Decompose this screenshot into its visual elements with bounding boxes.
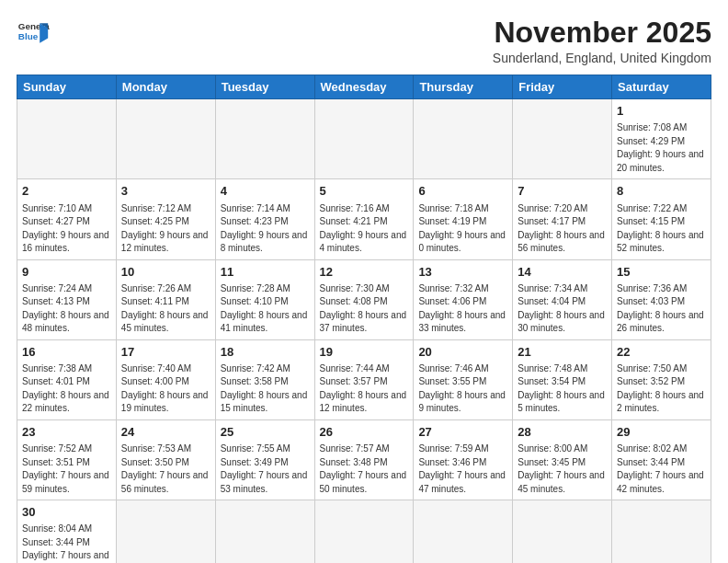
calendar-day-cell (612, 500, 711, 563)
calendar-day-cell: 3Sunrise: 7:12 AM Sunset: 4:25 PM Daylig… (116, 179, 215, 259)
day-info: Sunrise: 7:50 AM Sunset: 3:52 PM Dayligh… (617, 362, 706, 416)
day-number: 17 (121, 344, 210, 361)
day-number: 26 (320, 424, 409, 441)
calendar-day-cell: 26Sunrise: 7:57 AM Sunset: 3:48 PM Dayli… (314, 419, 414, 500)
day-number: 25 (221, 424, 310, 441)
day-number: 1 (617, 103, 706, 120)
calendar-day-cell: 4Sunrise: 7:14 AM Sunset: 4:23 PM Daylig… (215, 179, 314, 259)
day-info: Sunrise: 7:28 AM Sunset: 4:10 PM Dayligh… (221, 282, 310, 336)
day-number: 15 (617, 264, 706, 281)
day-number: 16 (22, 344, 111, 361)
day-info: Sunrise: 7:44 AM Sunset: 3:57 PM Dayligh… (320, 362, 409, 416)
day-number: 2 (22, 183, 111, 200)
day-info: Sunrise: 7:16 AM Sunset: 4:21 PM Dayligh… (320, 202, 409, 256)
calendar-day-cell: 21Sunrise: 7:48 AM Sunset: 3:54 PM Dayli… (513, 339, 612, 419)
day-info: Sunrise: 7:53 AM Sunset: 3:50 PM Dayligh… (121, 442, 210, 496)
day-number: 4 (221, 183, 310, 200)
day-number: 10 (121, 264, 210, 281)
calendar-week-row: 16Sunrise: 7:38 AM Sunset: 4:01 PM Dayli… (17, 339, 711, 419)
calendar-day-cell: 18Sunrise: 7:42 AM Sunset: 3:58 PM Dayli… (215, 339, 314, 419)
calendar-week-row: 9Sunrise: 7:24 AM Sunset: 4:13 PM Daylig… (17, 259, 711, 339)
calendar-day-cell (116, 99, 215, 179)
calendar-day-cell: 9Sunrise: 7:24 AM Sunset: 4:13 PM Daylig… (17, 259, 117, 339)
day-number: 30 (22, 504, 111, 521)
svg-text:Blue: Blue (18, 31, 39, 41)
calendar-day-cell: 28Sunrise: 8:00 AM Sunset: 3:45 PM Dayli… (513, 419, 612, 500)
calendar-day-cell: 24Sunrise: 7:53 AM Sunset: 3:50 PM Dayli… (116, 419, 215, 500)
page: General Blue November 2025 Sunderland, E… (0, 0, 728, 563)
calendar-day-cell: 16Sunrise: 7:38 AM Sunset: 4:01 PM Dayli… (17, 339, 117, 419)
calendar-day-header: Sunday (17, 75, 117, 99)
day-info: Sunrise: 7:20 AM Sunset: 4:17 PM Dayligh… (518, 202, 607, 256)
title-block: November 2025 Sunderland, England, Unite… (493, 17, 711, 65)
header: General Blue November 2025 Sunderland, E… (17, 17, 711, 65)
day-number: 21 (518, 344, 607, 361)
day-info: Sunrise: 7:24 AM Sunset: 4:13 PM Dayligh… (22, 282, 111, 336)
day-info: Sunrise: 7:48 AM Sunset: 3:54 PM Dayligh… (518, 362, 607, 416)
day-number: 3 (121, 183, 210, 200)
calendar-day-header: Tuesday (215, 75, 314, 99)
calendar-day-cell (314, 500, 414, 563)
day-number: 28 (518, 424, 607, 441)
day-number: 18 (221, 344, 310, 361)
day-info: Sunrise: 7:46 AM Sunset: 3:55 PM Dayligh… (418, 362, 507, 416)
calendar-day-cell: 10Sunrise: 7:26 AM Sunset: 4:11 PM Dayli… (116, 259, 215, 339)
day-info: Sunrise: 7:30 AM Sunset: 4:08 PM Dayligh… (320, 282, 409, 336)
calendar-day-cell (513, 99, 612, 179)
day-number: 29 (617, 424, 706, 441)
calendar-day-cell: 8Sunrise: 7:22 AM Sunset: 4:15 PM Daylig… (612, 179, 711, 259)
calendar-day-cell: 12Sunrise: 7:30 AM Sunset: 4:08 PM Dayli… (314, 259, 414, 339)
day-info: Sunrise: 7:57 AM Sunset: 3:48 PM Dayligh… (320, 442, 409, 496)
calendar-day-cell: 11Sunrise: 7:28 AM Sunset: 4:10 PM Dayli… (215, 259, 314, 339)
calendar-day-cell: 19Sunrise: 7:44 AM Sunset: 3:57 PM Dayli… (314, 339, 414, 419)
day-number: 24 (121, 424, 210, 441)
day-number: 23 (22, 424, 111, 441)
month-title: November 2025 (493, 17, 711, 49)
day-info: Sunrise: 7:18 AM Sunset: 4:19 PM Dayligh… (418, 202, 507, 256)
calendar-day-cell: 25Sunrise: 7:55 AM Sunset: 3:49 PM Dayli… (215, 419, 314, 500)
calendar-day-header: Wednesday (314, 75, 414, 99)
day-info: Sunrise: 7:22 AM Sunset: 4:15 PM Dayligh… (617, 202, 706, 256)
calendar-day-cell: 30Sunrise: 8:04 AM Sunset: 3:44 PM Dayli… (17, 500, 117, 563)
calendar-day-cell (414, 500, 513, 563)
logo-icon: General Blue (17, 17, 50, 50)
logo: General Blue (17, 17, 50, 50)
calendar-day-header: Thursday (414, 75, 513, 99)
day-info: Sunrise: 7:10 AM Sunset: 4:27 PM Dayligh… (22, 202, 111, 256)
day-info: Sunrise: 7:55 AM Sunset: 3:49 PM Dayligh… (221, 442, 310, 496)
calendar-day-cell (116, 500, 215, 563)
calendar-day-cell: 2Sunrise: 7:10 AM Sunset: 4:27 PM Daylig… (17, 179, 117, 259)
day-info: Sunrise: 7:14 AM Sunset: 4:23 PM Dayligh… (221, 202, 310, 256)
calendar-day-cell (215, 500, 314, 563)
calendar-week-row: 23Sunrise: 7:52 AM Sunset: 3:51 PM Dayli… (17, 419, 711, 500)
calendar-day-cell (414, 99, 513, 179)
calendar-day-cell: 1Sunrise: 7:08 AM Sunset: 4:29 PM Daylig… (612, 99, 711, 179)
day-number: 5 (320, 183, 409, 200)
day-number: 12 (320, 264, 409, 281)
calendar-day-cell: 7Sunrise: 7:20 AM Sunset: 4:17 PM Daylig… (513, 179, 612, 259)
day-number: 22 (617, 344, 706, 361)
day-number: 27 (418, 424, 507, 441)
calendar-day-cell: 29Sunrise: 8:02 AM Sunset: 3:44 PM Dayli… (612, 419, 711, 500)
calendar-week-row: 2Sunrise: 7:10 AM Sunset: 4:27 PM Daylig… (17, 179, 711, 259)
calendar-day-cell: 20Sunrise: 7:46 AM Sunset: 3:55 PM Dayli… (414, 339, 513, 419)
calendar-day-cell: 14Sunrise: 7:34 AM Sunset: 4:04 PM Dayli… (513, 259, 612, 339)
day-info: Sunrise: 7:34 AM Sunset: 4:04 PM Dayligh… (518, 282, 607, 336)
day-info: Sunrise: 7:59 AM Sunset: 3:46 PM Dayligh… (418, 442, 507, 496)
calendar-day-cell (17, 99, 117, 179)
calendar-day-header: Monday (116, 75, 215, 99)
calendar-day-cell: 23Sunrise: 7:52 AM Sunset: 3:51 PM Dayli… (17, 419, 117, 500)
calendar-day-cell (314, 99, 414, 179)
day-info: Sunrise: 7:08 AM Sunset: 4:29 PM Dayligh… (617, 121, 706, 175)
day-number: 20 (418, 344, 507, 361)
calendar-day-cell: 17Sunrise: 7:40 AM Sunset: 4:00 PM Dayli… (116, 339, 215, 419)
calendar-day-header: Saturday (612, 75, 711, 99)
calendar-day-cell: 15Sunrise: 7:36 AM Sunset: 4:03 PM Dayli… (612, 259, 711, 339)
day-info: Sunrise: 7:40 AM Sunset: 4:00 PM Dayligh… (121, 362, 210, 416)
calendar-day-cell: 13Sunrise: 7:32 AM Sunset: 4:06 PM Dayli… (414, 259, 513, 339)
day-info: Sunrise: 8:02 AM Sunset: 3:44 PM Dayligh… (617, 442, 706, 496)
calendar-week-row: 1Sunrise: 7:08 AM Sunset: 4:29 PM Daylig… (17, 99, 711, 179)
calendar-day-cell: 27Sunrise: 7:59 AM Sunset: 3:46 PM Dayli… (414, 419, 513, 500)
day-number: 6 (418, 183, 507, 200)
location: Sunderland, England, United Kingdom (493, 51, 711, 65)
